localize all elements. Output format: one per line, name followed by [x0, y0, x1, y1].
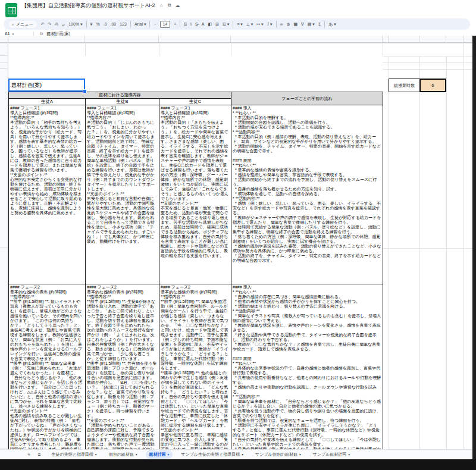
cell-c3-student-c[interactable]: 生徒C: [159, 99, 231, 105]
cell-f1-total-hours-label[interactable]: 総授業時数: [389, 79, 420, 92]
increase-decimal-icon[interactable]: .00: [111, 22, 117, 26]
text-color-icon[interactable]: A: [202, 22, 205, 26]
toolbar: ⌕ メニュー ↶↷⎙▱100% ▾¥%.0.00123Arial ▾−14+BI…: [4, 18, 470, 30]
move-folder-icon[interactable]: ⧉: [168, 2, 171, 8]
window-right-edge: [472, 36, 476, 470]
cell-c5-phase2-student-c[interactable]: #### フェーズ2 基本的な感情の表出 (約3時間) **指導内容:** **…: [159, 284, 231, 459]
font-size-increase-icon[interactable]: +: [174, 22, 176, 26]
italic-icon[interactable]: I: [190, 22, 192, 26]
row-header[interactable]: [0, 56, 8, 62]
column-header[interactable]: [231, 36, 383, 43]
column-header[interactable]: [464, 36, 472, 43]
google-sheets-window: 【集団用】自立活動指導案の個別の題材観サポートAI-2 ☆ ⧉ ☁ ⌕ メニュー…: [0, 0, 476, 470]
vertical-align-icon[interactable]: ⊥ ▾: [246, 22, 253, 27]
cell-d2-merged-header[interactable]: フェーズごとの学習の流れ: [231, 92, 383, 105]
table-views-icon[interactable]: ▤ ▾: [308, 22, 315, 27]
sheet-tab[interactable]: 個別の題材観 ▾: [105, 450, 141, 459]
cell-a5-phase2-student-a[interactable]: #### フェーズ2 基本的な感情の表出 (約3時間) **指導内容:** **…: [9, 284, 86, 459]
text-rotation-icon[interactable]: ⤴ ▾: [267, 22, 273, 27]
merge-cells-icon[interactable]: ⊟ ▾: [223, 22, 229, 27]
cell-d5-phase2-flow[interactable]: #### 導入 * **ねらい:** * 自身の感情の存在に気づき、簡単な感情語…: [231, 284, 383, 459]
column-header[interactable]: [446, 36, 464, 43]
name-box-arrow-icon: ▾: [12, 32, 14, 36]
tab-menu-arrow-icon[interactable]: ▾: [348, 453, 350, 456]
filter-icon[interactable]: ∇: [301, 22, 304, 27]
name-box[interactable]: A1 ▾: [0, 32, 33, 36]
print-icon[interactable]: ⎙: [55, 22, 58, 27]
spreadsheet-grid: 総授業時数 6 題材計画(案) 題材における指導内容 フェーズごとの学習の流れ …: [0, 36, 472, 459]
link-icon[interactable]: ∞: [280, 22, 283, 26]
all-sheets-icon[interactable]: ≡: [37, 452, 40, 458]
row-header[interactable]: [0, 248, 8, 449]
menubar: [20, 10, 79, 18]
sheet-tab-bar: + ≡ 生徒の実態と指導目標 ▾ 個別の題材観 ▾ 題材計画 ▾ サンプル生徒の…: [0, 449, 476, 459]
tab-menu-arrow-icon[interactable]: ▾: [168, 453, 170, 456]
redo-icon[interactable]: ↷: [48, 22, 51, 27]
cell-b5-phase2-student-b[interactable]: #### フェーズ2 基本的な感情の表出 (約3時間) **指導内容:** **…: [86, 284, 159, 459]
row-header[interactable]: [0, 62, 8, 69]
sheet-tab[interactable]: サンプル生徒の実態と指導目標 ▾: [177, 450, 247, 459]
document-title[interactable]: 【集団用】自立活動指導案の個別の題材観サポートAI-2: [21, 2, 155, 10]
more-formats-icon[interactable]: 123: [120, 22, 127, 26]
sheet-tab[interactable]: 生徒の実態と指導目標 ▾: [48, 450, 101, 459]
tab-menu-arrow-icon[interactable]: ▾: [95, 453, 97, 456]
row-header[interactable]: [0, 43, 8, 56]
text-wrap-icon[interactable]: ↦ ▾: [256, 22, 263, 27]
currency-format-icon[interactable]: ¥: [90, 22, 93, 26]
sheet-tab[interactable]: サンプル個別の題材観 ▾: [252, 450, 305, 459]
bold-icon[interactable]: B: [184, 22, 187, 26]
input-tools-icon[interactable]: あ ▾: [328, 21, 336, 27]
horizontal-align-icon[interactable]: ≡ ▾: [237, 22, 243, 27]
lesson-plan-table: 題材における指導内容 フェーズごとの学習の流れ 生徒A 生徒B 生徒C ####…: [8, 92, 383, 459]
zoom-select[interactable]: 100% ▾: [68, 22, 82, 27]
borders-icon[interactable]: ⊞: [215, 22, 219, 27]
cell-a4-phase1-student-a[interactable]: #### フェーズ1 導入と目標確認 (約1時間) **指導内容:** 本活動の…: [9, 105, 86, 284]
star-icon[interactable]: ☆: [159, 3, 164, 8]
paint-format-icon[interactable]: ▱: [62, 22, 65, 27]
font-select[interactable]: Arial ▾: [134, 22, 146, 27]
tab-menu-arrow-icon[interactable]: ▾: [136, 453, 137, 456]
insert-chart-icon[interactable]: ▦: [293, 22, 298, 27]
cell-g1-total-hours-value[interactable]: 6: [419, 79, 446, 92]
sheets-logo-icon: [5, 3, 17, 17]
cell-c4-phase1-student-c[interactable]: #### フェーズ1 導入と目標確認 (約1時間) **指導内容:** 本活動の…: [159, 105, 231, 284]
row-header[interactable]: [0, 69, 8, 248]
fill-color-icon[interactable]: ◧: [208, 22, 212, 27]
select-all-corner[interactable]: [0, 36, 8, 43]
selection-fill-handle[interactable]: [83, 89, 87, 93]
decrease-decimal-icon[interactable]: .0: [104, 22, 107, 26]
sheet-tab[interactable]: 題材計画 ▾: [146, 450, 173, 459]
cell-b3-student-b[interactable]: 生徒B: [86, 99, 159, 105]
tab-menu-arrow-icon[interactable]: ▾: [242, 453, 243, 456]
tab-menu-arrow-icon[interactable]: ▾: [299, 453, 301, 456]
window-bottom-edge: [0, 459, 476, 470]
cell-a2-merged-header[interactable]: 題材における指導内容: [9, 92, 231, 99]
search-label: メニュー: [16, 21, 33, 27]
cell-a3-student-a[interactable]: 生徒A: [9, 99, 86, 105]
percent-format-icon[interactable]: %: [96, 22, 99, 26]
add-sheet-icon[interactable]: +: [27, 452, 30, 458]
column-header[interactable]: [85, 36, 159, 43]
column-header[interactable]: [419, 36, 446, 43]
cell-d4-phase1-flow[interactable]: #### 導入 * **ねらい:** * 本活動の目的を理解する。 * 活動開始…: [231, 105, 383, 284]
font-size-decrease-icon[interactable]: −: [154, 22, 156, 26]
cell-a1-selected[interactable]: 題材計画(案): [8, 79, 85, 92]
column-header[interactable]: [8, 36, 85, 43]
cell-b4-phase1-student-b[interactable]: #### フェーズ1 導入と目標確認 (約1時間) **指導内容:** 本活動の…: [86, 105, 159, 284]
column-header[interactable]: [383, 36, 389, 43]
strikethrough-icon[interactable]: S̶: [195, 22, 198, 26]
fx-icon: fx: [40, 32, 43, 36]
undo-icon[interactable]: ↶: [40, 22, 44, 27]
column-header[interactable]: [159, 36, 231, 43]
comment-icon[interactable]: ⊕: [287, 22, 290, 27]
font-size-box[interactable]: 14: [160, 21, 171, 28]
column-header[interactable]: [389, 36, 419, 43]
functions-icon[interactable]: Σ: [318, 22, 321, 26]
titlebar: 【集団用】自立活動指導案の個別の題材観サポートAI-2 ☆ ⧉ ☁: [0, 0, 476, 10]
cloud-status-icon: ☁: [175, 3, 180, 8]
toolbar-search[interactable]: ⌕ メニュー: [9, 21, 37, 28]
search-icon: ⌕: [12, 22, 14, 27]
sheet-tab[interactable]: サンプル題材計画 ▾: [309, 450, 353, 459]
